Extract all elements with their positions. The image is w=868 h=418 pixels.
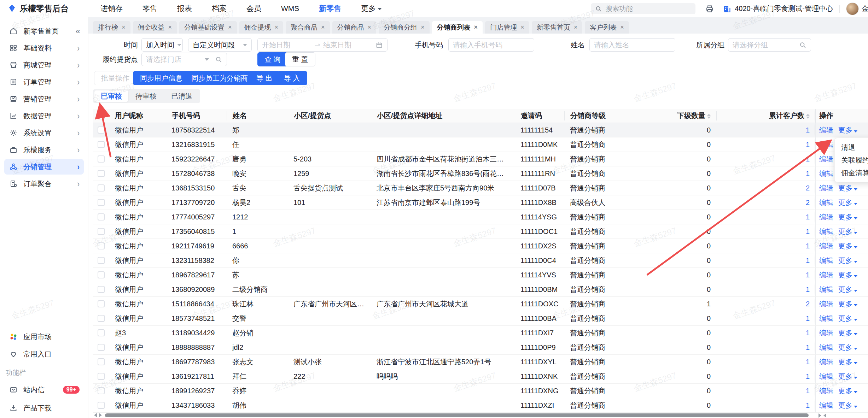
close-icon[interactable]: ×	[620, 24, 624, 31]
row-checkbox[interactable]	[98, 213, 105, 220]
edit-link[interactable]: 编辑	[819, 169, 833, 178]
more-link[interactable]: 更多	[838, 401, 857, 410]
row-checkbox[interactable]	[98, 387, 105, 394]
search-icon[interactable]	[215, 56, 222, 63]
sort-icon[interactable]	[806, 114, 810, 119]
sidebar-item-2[interactable]: 基础资料›	[4, 40, 84, 56]
edit-link[interactable]: 编辑	[819, 256, 833, 265]
sort-icon[interactable]	[707, 114, 711, 119]
sync-users-button[interactable]: 同步用户信息	[133, 71, 190, 85]
edit-link[interactable]: 编辑	[819, 386, 833, 396]
edit-link[interactable]: 编辑	[819, 343, 833, 352]
select-all-checkbox[interactable]	[98, 112, 105, 119]
row-checkbox[interactable]	[98, 228, 105, 235]
row-checkbox[interactable]	[98, 184, 105, 192]
top-nav-item-8[interactable]: 更多	[361, 4, 382, 13]
row-checkbox[interactable]	[98, 170, 105, 177]
store-switcher[interactable]: 4020-喜临门零食测试-管理中心	[723, 4, 833, 13]
edit-link[interactable]: 编辑	[819, 372, 833, 381]
tab-9[interactable]: 门店管理×	[485, 21, 529, 34]
row-checkbox[interactable]	[98, 155, 105, 163]
row-checkbox[interactable]	[98, 300, 105, 307]
customer-count-link[interactable]: 1	[806, 141, 810, 148]
more-link[interactable]: 更多	[838, 183, 857, 193]
tab-8[interactable]: 分销商列表×	[432, 21, 483, 34]
tab-5[interactable]: 聚合商品×	[286, 21, 330, 34]
dropdown-item-2[interactable]: 关联履约提货点	[835, 154, 868, 166]
more-link[interactable]: 更多	[838, 256, 857, 265]
customer-count-link[interactable]: 2	[806, 300, 810, 308]
row-checkbox[interactable]	[98, 126, 105, 134]
more-link[interactable]: 更多	[838, 314, 857, 323]
sidebar-item-8[interactable]: 乐檬服务›	[4, 142, 84, 158]
status-tab-3[interactable]: 已清退	[165, 90, 199, 102]
more-link[interactable]: 更多	[838, 299, 857, 309]
group-select[interactable]: 请选择分组	[728, 38, 811, 52]
more-link[interactable]: 更多	[838, 241, 857, 251]
more-link[interactable]: 更多	[838, 125, 857, 135]
batch-actions-button[interactable]: 批量操作	[94, 71, 136, 85]
customer-count-link[interactable]: 1	[806, 155, 810, 163]
top-nav-item-3[interactable]: 报表	[177, 4, 192, 13]
sidebar-item-7[interactable]: 系统设置›	[4, 125, 84, 141]
edit-link[interactable]: 编辑	[819, 285, 833, 294]
more-link[interactable]: 更多	[838, 285, 857, 294]
row-checkbox[interactable]	[98, 358, 105, 365]
more-link[interactable]: 更多	[838, 328, 857, 338]
sidebar-item-10[interactable]: 订单聚合›	[4, 176, 84, 192]
edit-link[interactable]: 编辑	[819, 212, 833, 222]
row-checkbox[interactable]	[98, 373, 105, 380]
tab-1[interactable]: 排行榜×	[93, 21, 130, 34]
customer-count-link[interactable]: 1	[806, 242, 810, 250]
customer-count-link[interactable]: 1	[806, 314, 810, 322]
more-link[interactable]: 更多	[838, 386, 857, 396]
customer-count-link[interactable]: 1	[806, 372, 810, 380]
tab-4[interactable]: 佣金提现×	[239, 21, 284, 34]
tab-6[interactable]: 分销商品×	[332, 21, 377, 34]
sidebar-item-5[interactable]: 营销管理›	[4, 91, 84, 107]
edit-link[interactable]: 编辑	[819, 183, 833, 193]
edit-link[interactable]: 编辑	[819, 401, 833, 410]
top-nav-item-7[interactable]: 新零售	[319, 4, 341, 13]
edit-link[interactable]: 编辑	[819, 198, 833, 207]
row-checkbox[interactable]	[98, 344, 105, 351]
tab-2[interactable]: 佣金收益×	[133, 21, 177, 34]
customer-count-link[interactable]: 1	[806, 126, 810, 134]
sidebar-item-9[interactable]: 分销管理›	[4, 159, 84, 175]
customer-count-link[interactable]: 1	[806, 271, 810, 279]
global-search-input[interactable]: 搜索功能	[591, 3, 695, 14]
phone-input[interactable]: 请输入手机号码	[448, 38, 534, 52]
customer-count-link[interactable]: 1	[806, 401, 810, 409]
scrollbar-thumb[interactable]	[105, 413, 809, 417]
sidebar-tool-1[interactable]: 站内信99+	[4, 382, 84, 398]
tab-11[interactable]: 客户列表×	[585, 21, 629, 34]
edit-link[interactable]: 编辑	[819, 299, 833, 309]
close-icon[interactable]: ×	[474, 24, 478, 31]
close-icon[interactable]: ×	[275, 24, 279, 31]
customer-count-link[interactable]: 1	[806, 329, 810, 337]
sidebar-shortcut-2[interactable]: 常用入口	[4, 346, 84, 362]
edit-link[interactable]: 编辑	[819, 154, 833, 164]
more-link[interactable]: 更多	[838, 343, 857, 352]
printer-icon[interactable]	[705, 5, 714, 13]
more-link[interactable]: 更多	[838, 270, 857, 280]
edit-link[interactable]: 编辑	[819, 140, 833, 149]
row-checkbox[interactable]	[98, 271, 105, 278]
edit-link[interactable]: 编辑	[819, 328, 833, 338]
row-checkbox[interactable]	[98, 257, 105, 264]
dropdown-item-3[interactable]: 佣金清算	[835, 166, 868, 179]
collapse-sidebar-icon[interactable]: «	[76, 26, 80, 36]
import-button[interactable]: 导 入	[277, 71, 307, 85]
close-icon[interactable]: ×	[228, 24, 232, 31]
row-checkbox[interactable]	[98, 315, 105, 322]
scroll-right-icon[interactable]	[99, 413, 102, 417]
edit-link[interactable]: 编辑	[819, 357, 833, 367]
dropdown-item-1[interactable]: 清退	[835, 141, 868, 154]
edit-link[interactable]: 编辑	[819, 314, 833, 323]
top-nav-item-4[interactable]: 档案	[212, 4, 227, 13]
close-icon[interactable]: ×	[122, 24, 126, 31]
customer-count-link[interactable]: 1	[806, 170, 810, 177]
reset-button[interactable]: 重 置	[285, 52, 315, 66]
customer-count-link[interactable]: 1	[806, 387, 810, 395]
tab-10[interactable]: 新零售首页×	[532, 21, 583, 34]
